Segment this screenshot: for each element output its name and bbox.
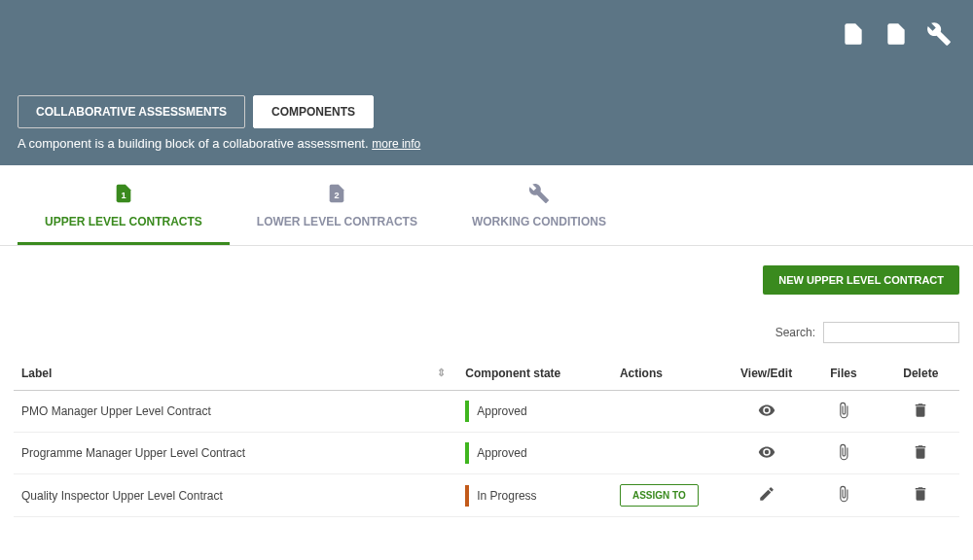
search-input[interactable] (823, 322, 959, 343)
components-table: Label Component state Actions View/Edit … (14, 357, 959, 517)
table-footer: Show 10 entries Showing 21 to 30 of 47 e… (0, 517, 973, 560)
nav-components[interactable]: COMPONENTS (253, 95, 374, 128)
wrench-icon (528, 183, 550, 207)
content: NEW UPPER LEVEL CONTRACT Search: Label C… (0, 246, 973, 517)
more-info-link[interactable]: more info (372, 137, 420, 151)
row-state: In Progress (457, 474, 612, 517)
doc2-icon[interactable] (883, 21, 909, 50)
state-bar (465, 485, 469, 507)
assign-to-button[interactable]: ASSIGN TO (620, 484, 699, 507)
tab-lower-level-contracts[interactable]: LOWER LEVEL CONTRACTS (230, 165, 445, 245)
attachment-icon[interactable] (835, 450, 852, 464)
state-text: Approved (477, 446, 526, 460)
attachment-icon[interactable] (835, 408, 852, 422)
col-actions: Actions (612, 357, 728, 391)
eye-icon[interactable] (758, 408, 775, 422)
pencil-icon[interactable] (758, 492, 775, 506)
tab-upper-level-contracts[interactable]: UPPER LEVEL CONTRACTS (18, 165, 230, 245)
tab-working-conditions[interactable]: WORKING CONDITIONS (445, 165, 633, 245)
nav-collab-assessments[interactable]: COLLABORATIVE ASSESSMENTS (18, 95, 245, 128)
header-nav: COLLABORATIVE ASSESSMENTS COMPONENTS (18, 95, 374, 128)
col-label[interactable]: Label (14, 357, 457, 391)
row-actions: ASSIGN TO (612, 474, 728, 517)
col-viewedit: View/Edit (728, 357, 805, 391)
row-state: Approved (457, 433, 612, 474)
wrench-icon[interactable] (926, 21, 952, 50)
header-subtitle: A component is a building block of a col… (18, 136, 420, 151)
trash-icon[interactable] (912, 492, 929, 506)
doc2-icon (326, 183, 347, 207)
row-label: PMO Manager Upper Level Contract (14, 391, 457, 433)
row-state: Approved (457, 391, 612, 433)
tab-label: WORKING CONDITIONS (472, 215, 606, 228)
eye-icon[interactable] (758, 450, 775, 464)
row-actions (612, 391, 728, 433)
header-toolbar (841, 21, 952, 50)
new-upper-level-contract-button[interactable]: NEW UPPER LEVEL CONTRACT (763, 265, 959, 295)
state-bar (465, 401, 469, 422)
header: COLLABORATIVE ASSESSMENTS COMPONENTS A c… (0, 0, 973, 165)
col-delete: Delete (883, 357, 959, 391)
table-row: Quality Inspector Upper Level ContractIn… (14, 474, 959, 517)
table-row: Programme Manager Upper Level ContractAp… (14, 433, 959, 474)
row-label: Programme Manager Upper Level Contract (14, 433, 457, 474)
state-text: In Progress (477, 489, 536, 503)
doc1-icon[interactable] (841, 21, 866, 50)
tab-label: LOWER LEVEL CONTRACTS (257, 215, 417, 228)
component-tabs: UPPER LEVEL CONTRACTS LOWER LEVEL CONTRA… (0, 165, 973, 246)
state-bar (465, 442, 469, 464)
table-row: PMO Manager Upper Level ContractApproved (14, 391, 959, 433)
trash-icon[interactable] (912, 450, 929, 464)
trash-icon[interactable] (912, 408, 929, 422)
row-label: Quality Inspector Upper Level Contract (14, 474, 457, 517)
col-state[interactable]: Component state (457, 357, 612, 391)
attachment-icon[interactable] (835, 492, 852, 506)
subtitle-text: A component is a building block of a col… (18, 136, 369, 151)
col-files: Files (805, 357, 882, 391)
state-text: Approved (477, 404, 526, 418)
search-label: Search: (775, 326, 815, 339)
row-actions (612, 433, 728, 474)
tab-label: UPPER LEVEL CONTRACTS (45, 215, 202, 228)
doc1-icon (113, 183, 134, 207)
